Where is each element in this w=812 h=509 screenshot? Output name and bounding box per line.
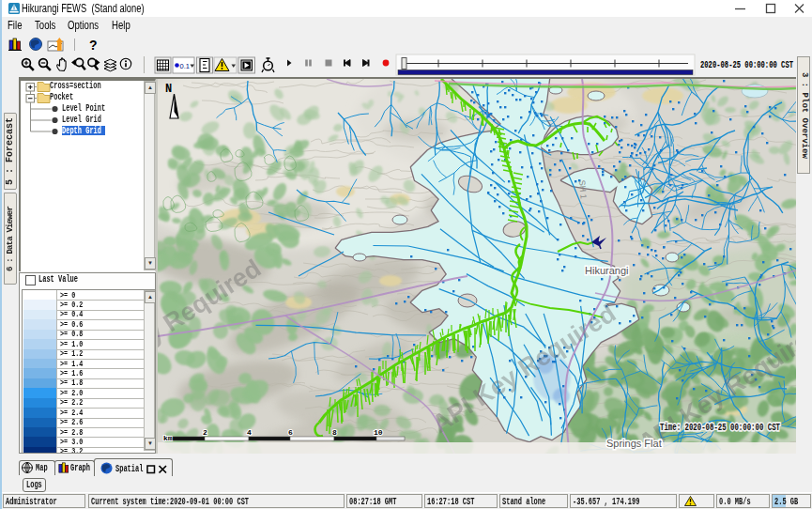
svg-text:6: 6 <box>288 428 293 437</box>
svg-text:0.1: 0.1 <box>180 62 190 70</box>
svg-text:?: ? <box>89 38 98 52</box>
svg-text:km: km <box>163 434 173 442</box>
svg-text:4: 4 <box>247 428 252 437</box>
svg-text:SH 1: SH 1 <box>577 179 589 199</box>
svg-text:Hikurangi: Hikurangi <box>585 265 628 276</box>
svg-text:Springs Flat: Springs Flat <box>606 438 662 449</box>
svg-text:N: N <box>165 83 172 96</box>
svg-text:Time: 2020-08-25 00:00:00 CST: Time: 2020-08-25 00:00:00 CST <box>660 423 780 433</box>
svg-text:2: 2 <box>203 428 207 437</box>
svg-text:10: 10 <box>374 428 383 437</box>
svg-text:8: 8 <box>332 428 337 437</box>
svg-text:2020-08-25 00:00:00 CST: 2020-08-25 00:00:00 CST <box>700 60 793 70</box>
